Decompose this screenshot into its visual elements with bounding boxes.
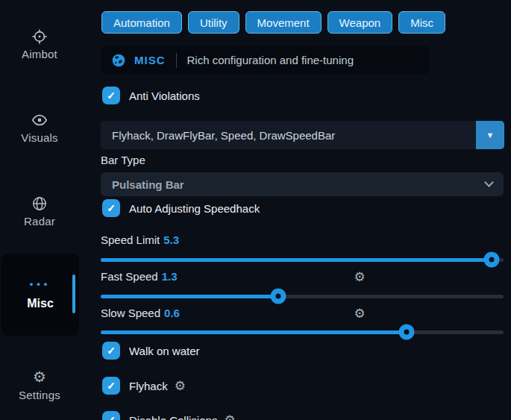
auto-adjusting-row: ✓ Auto Adjusting Speedhack <box>102 199 260 217</box>
slow-speed-gear-icon[interactable]: ⚙ <box>353 306 366 322</box>
section-title: MISC <box>134 54 166 66</box>
slider-value: 0.6 <box>164 307 180 319</box>
slider-track[interactable] <box>101 295 504 298</box>
sidebar-item-aimbot[interactable]: Aimbot <box>0 27 79 61</box>
disable-collisions-checkbox[interactable]: ✓ <box>102 411 120 420</box>
sidebar: Aimbot Visuals Radar ••• <box>0 0 97 420</box>
triangle-down-icon: ▼ <box>486 131 495 140</box>
slider-track[interactable] <box>101 258 504 262</box>
flyhack-checkbox[interactable]: ✓ <box>102 377 120 395</box>
slow-speed-label: Slow Speed0.6 <box>101 307 180 319</box>
sidebar-item-radar[interactable]: Radar <box>0 194 79 228</box>
check-icon: ✓ <box>107 345 116 357</box>
slider-label-text: Speed Limit <box>101 233 160 246</box>
anti-violations-row: ✓ Anti Violations <box>102 87 200 104</box>
bar-type-select[interactable]: Pulsating Bar <box>101 172 504 196</box>
speed-limit-label: Speed Limit5.3 <box>101 233 179 246</box>
tab-misc[interactable]: Misc <box>398 11 445 34</box>
slider-thumb[interactable] <box>270 289 286 304</box>
header-divider <box>176 53 177 68</box>
sidebar-item-settings[interactable]: ⚙ Settings <box>0 368 79 402</box>
sidebar-item-label: Settings <box>19 389 60 401</box>
fast-speed-slider[interactable] <box>101 289 504 304</box>
slider-label-text: Slow Speed <box>101 307 160 319</box>
slider-thumb[interactable] <box>399 325 415 340</box>
check-icon: ✓ <box>107 380 116 392</box>
check-icon: ✓ <box>107 414 116 420</box>
sidebar-item-visuals[interactable]: Visuals <box>0 110 79 145</box>
sidebar-item-label: Radar <box>24 215 55 228</box>
slow-speed-slider[interactable] <box>101 325 504 339</box>
tab-automation[interactable]: Automation <box>101 11 182 34</box>
gear-icon: ⚙ <box>0 368 79 386</box>
section-header: MISC Rich configuration and fine-tuning <box>101 46 429 74</box>
bar-type-label: Bar Type <box>101 154 145 166</box>
sidebar-item-misc-active[interactable]: ••• Misc <box>1 254 79 336</box>
chevron-down-icon <box>484 178 494 187</box>
slider-fill <box>101 258 492 262</box>
slider-thumb[interactable] <box>483 252 499 268</box>
slider-fill <box>101 295 278 298</box>
fast-speed-gear-icon[interactable]: ⚙ <box>353 269 366 285</box>
tab-movement[interactable]: Movement <box>245 11 322 34</box>
globe-icon <box>0 194 79 212</box>
flyhack-label: Flyhack <box>129 380 168 392</box>
flyhack-row: ✓ Flyhack ⚙ <box>102 377 186 395</box>
content-panel: Automation Utility Movement Weapon Misc … <box>97 0 511 420</box>
sidebar-item-label: Visuals <box>21 131 57 144</box>
auto-adjusting-label: Auto Adjusting Speedhack <box>129 202 260 215</box>
check-icon: ✓ <box>107 202 116 214</box>
walk-on-water-checkbox[interactable]: ✓ <box>102 342 120 360</box>
slider-value: 1.3 <box>162 270 178 283</box>
cheat-menu-window: Aimbot Visuals Radar ••• <box>0 0 511 420</box>
disable-collisions-label: Disable Collisions <box>129 414 217 420</box>
anti-violations-label: Anti Violations <box>129 90 200 102</box>
eye-icon <box>0 110 79 128</box>
slider-fill <box>101 330 407 334</box>
slider-label-text: Fast Speed <box>101 270 158 283</box>
tab-weapon[interactable]: Weapon <box>327 11 393 34</box>
check-icon: ✓ <box>107 90 116 101</box>
multiselect-dropdown-button[interactable]: ▼ <box>476 121 504 149</box>
ellipsis-icon: ••• <box>1 278 79 289</box>
walk-on-water-label: Walk on water <box>129 345 199 357</box>
flyhack-gear-icon[interactable]: ⚙ <box>175 378 186 394</box>
bar-type-value: Pulsating Bar <box>112 178 184 191</box>
section-subtitle: Rich configuration and fine-tuning <box>187 54 354 66</box>
sidebar-item-label: Misc <box>1 297 79 310</box>
anti-violations-checkbox[interactable]: ✓ <box>102 87 120 104</box>
active-indicator-bar <box>72 275 75 313</box>
crosshair-icon <box>0 27 79 45</box>
auto-adjusting-checkbox[interactable]: ✓ <box>102 199 120 217</box>
speed-limit-slider[interactable] <box>101 252 504 267</box>
tab-utility[interactable]: Utility <box>188 11 239 34</box>
feature-multiselect[interactable]: Flyhack, DrawFlyBar, Speed, DrawSpeedBar… <box>101 121 504 149</box>
fast-speed-label: Fast Speed1.3 <box>101 270 178 283</box>
slider-value: 5.3 <box>163 233 179 246</box>
globe-icon <box>111 53 126 68</box>
disable-collisions-gear-icon[interactable]: ⚙ <box>224 413 235 420</box>
tab-bar: Automation Utility Movement Weapon Misc <box>101 11 445 34</box>
sidebar-item-label: Aimbot <box>22 48 57 60</box>
walk-on-water-row: ✓ Walk on water <box>102 342 199 360</box>
slider-track[interactable] <box>101 330 504 334</box>
disable-collisions-row: ✓ Disable Collisions ⚙ <box>102 411 236 420</box>
feature-multiselect-value: Flyhack, DrawFlyBar, Speed, DrawSpeedBar <box>101 129 476 142</box>
